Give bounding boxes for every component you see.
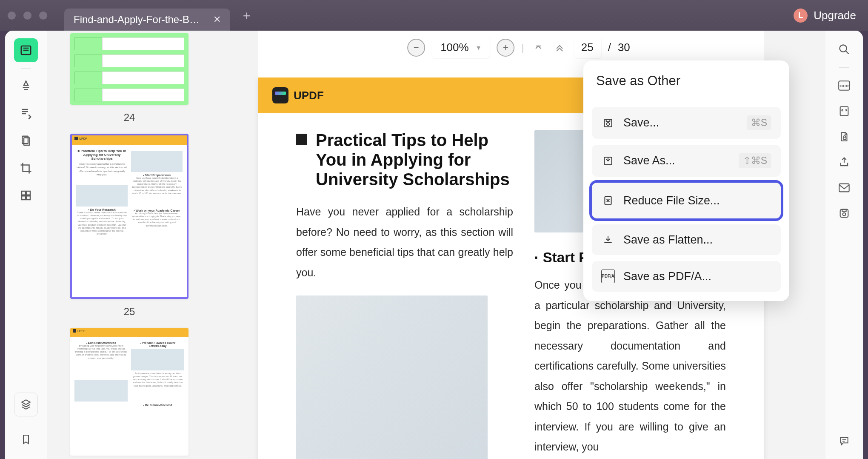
bookmark-button[interactable] bbox=[14, 427, 38, 451]
left-toolbar bbox=[5, 31, 47, 459]
save-icon bbox=[601, 116, 615, 130]
zoom-in-button[interactable]: + bbox=[497, 39, 515, 57]
body-paragraph: Once you have carefully decided about a … bbox=[534, 275, 726, 457]
protect-button[interactable] bbox=[834, 126, 854, 147]
zoom-out-button[interactable]: − bbox=[407, 39, 425, 57]
page-tool-button[interactable] bbox=[14, 129, 38, 153]
section-title: Practical Tips to Help You in Applying f… bbox=[316, 130, 513, 189]
total-pages: 30 bbox=[618, 41, 630, 54]
upgrade-button[interactable]: Upgrade bbox=[814, 9, 856, 22]
thumbnails-panel[interactable]: 24 UPDF ■ Practical Tips to Help You in … bbox=[47, 31, 212, 459]
search-button[interactable] bbox=[834, 39, 854, 60]
email-button[interactable] bbox=[834, 178, 854, 198]
svg-rect-5 bbox=[22, 196, 26, 200]
convert-button[interactable] bbox=[834, 101, 854, 121]
svg-rect-3 bbox=[22, 191, 26, 195]
caret-down-icon: ▼ bbox=[476, 44, 482, 51]
current-page-input[interactable]: 25 bbox=[574, 37, 601, 58]
window-close-button[interactable] bbox=[8, 11, 16, 20]
crop-tool-button[interactable] bbox=[14, 156, 38, 180]
svg-point-8 bbox=[607, 122, 610, 125]
save-as-menu-item[interactable]: Save As... ⇧⌘S bbox=[592, 145, 781, 177]
flatten-icon bbox=[601, 233, 615, 247]
updf-logo-mark bbox=[272, 87, 288, 103]
window-minimize-button[interactable] bbox=[23, 11, 31, 20]
window-maximize-button[interactable] bbox=[39, 11, 47, 20]
svg-point-12 bbox=[840, 45, 847, 52]
menu-item-label: Reduce File Size... bbox=[623, 194, 720, 207]
current-page-value: 25 bbox=[581, 41, 594, 54]
prev-page-button[interactable] bbox=[552, 42, 567, 53]
new-tab-button[interactable]: ＋ bbox=[240, 7, 253, 24]
avatar-initial: L bbox=[798, 11, 803, 20]
edit-tool-button[interactable] bbox=[14, 102, 38, 126]
ocr-button[interactable]: OCR bbox=[834, 75, 854, 96]
toolbar-separator: | bbox=[522, 42, 524, 54]
reader-mode-button[interactable] bbox=[14, 38, 38, 62]
reduce-file-size-menu-item[interactable]: Reduce File Size... bbox=[592, 183, 781, 218]
title-bar: Find-and-Apply-For-the-B… ✕ ＋ L Upgrade bbox=[0, 0, 868, 31]
keyboard-shortcut: ⇧⌘S bbox=[739, 153, 771, 168]
svg-rect-9 bbox=[606, 119, 610, 121]
content-image bbox=[296, 295, 488, 459]
svg-rect-20 bbox=[842, 209, 846, 212]
menu-item-label: Save... bbox=[623, 116, 659, 129]
menu-item-label: Save as Flatten... bbox=[623, 233, 713, 247]
zoom-value: 100% bbox=[440, 41, 469, 54]
section-marker-icon bbox=[296, 134, 307, 145]
comments-button[interactable] bbox=[834, 431, 854, 451]
save-menu-item[interactable]: Save... ⌘S bbox=[592, 107, 781, 139]
thumbnail-page-26[interactable]: UPDF ▪ Add Distinctiveness By adding you… bbox=[70, 328, 188, 456]
main-window: 24 UPDF ■ Practical Tips to Help You in … bbox=[5, 31, 863, 459]
save-as-other-button[interactable] bbox=[834, 203, 854, 224]
svg-rect-16 bbox=[843, 137, 846, 139]
zoom-dropdown[interactable]: 100% ▼ bbox=[432, 37, 490, 58]
brand-text: UPDF bbox=[294, 89, 324, 102]
svg-rect-4 bbox=[26, 191, 30, 195]
page-slash: / bbox=[608, 41, 611, 54]
save-as-icon bbox=[601, 154, 615, 168]
thumbnail-number: 24 bbox=[56, 112, 203, 123]
thumbnail-number: 25 bbox=[56, 306, 203, 318]
right-toolbar: OCR bbox=[825, 31, 863, 459]
tab-close-button[interactable]: ✕ bbox=[213, 14, 221, 25]
save-panel-title: Save as Other bbox=[583, 73, 789, 99]
organize-tool-button[interactable] bbox=[14, 184, 38, 207]
thumbnail-page-25[interactable]: UPDF ■ Practical Tips to Help You in App… bbox=[70, 134, 188, 299]
svg-rect-15 bbox=[840, 107, 848, 116]
compress-icon bbox=[601, 194, 615, 207]
thumb-logo: UPDF bbox=[79, 137, 87, 140]
keyboard-shortcut: ⌘S bbox=[747, 115, 771, 130]
svg-rect-6 bbox=[26, 196, 30, 200]
svg-point-19 bbox=[843, 213, 846, 216]
layers-button[interactable] bbox=[14, 393, 38, 416]
save-as-other-panel: Save as Other Save... ⌘S Save As... ⇧⌘S bbox=[583, 60, 789, 301]
thumb-logo: UPDF bbox=[77, 330, 86, 333]
save-as-pdfa-menu-item[interactable]: PDF/A Save as PDF/A... bbox=[592, 261, 781, 292]
view-toolbar: − 100% ▼ + | 25 / 30 bbox=[407, 37, 630, 58]
body-paragraph: Have you never applied for a scholarship… bbox=[296, 202, 513, 283]
user-avatar[interactable]: L bbox=[794, 9, 808, 23]
menu-item-label: Save As... bbox=[623, 154, 675, 167]
updf-logo: UPDF bbox=[272, 87, 324, 103]
save-as-flatten-menu-item[interactable]: Save as Flatten... bbox=[592, 224, 781, 255]
tab-title: Find-and-Apply-For-the-B… bbox=[74, 14, 200, 26]
svg-rect-17 bbox=[839, 184, 849, 192]
thumbnail-page-24[interactable] bbox=[70, 33, 188, 105]
highlight-tool-button[interactable] bbox=[14, 75, 38, 98]
svg-text:OCR: OCR bbox=[839, 83, 848, 88]
menu-item-label: Save as PDF/A... bbox=[623, 270, 711, 283]
first-page-button[interactable] bbox=[531, 42, 545, 53]
document-tab[interactable]: Find-and-Apply-For-the-B… ✕ bbox=[64, 9, 230, 31]
content-area: − 100% ▼ + | 25 / 30 bbox=[212, 31, 825, 459]
share-button[interactable] bbox=[834, 152, 854, 172]
pdfa-icon: PDF/A bbox=[601, 270, 615, 283]
